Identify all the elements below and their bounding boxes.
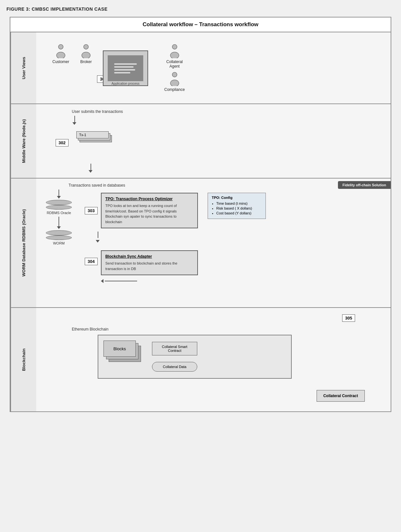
svg-point-5 bbox=[170, 52, 179, 58]
ethereum-label: Ethereum Blockchain bbox=[72, 327, 381, 331]
tpo-body: TPO looks at txn and keep a running coun… bbox=[105, 203, 193, 224]
worm-db-label: WORM Database RDBMS (Oracle) bbox=[10, 179, 36, 307]
tpo-config: TPO: Config Time based (t mins) Risk bas… bbox=[208, 193, 266, 219]
box-305-label: 305 bbox=[342, 314, 355, 322]
collateral-agent-icon bbox=[168, 44, 182, 58]
svg-point-3 bbox=[82, 52, 90, 58]
svg-point-6 bbox=[172, 72, 177, 77]
db-arrow-shaft-2 bbox=[59, 217, 59, 226]
svg-point-7 bbox=[170, 80, 179, 86]
rdbms-cylinder-top bbox=[46, 200, 72, 205]
app-line-3 bbox=[114, 69, 135, 71]
blockchain-content: 305 Ethereum Blockchain Blocks bbox=[36, 308, 391, 411]
tpo-bsa-arrow-head bbox=[96, 240, 100, 243]
page-title: FIGURE 3: CMBSC IMPLEMENTATION CASE bbox=[6, 6, 395, 12]
compliance-icon bbox=[168, 72, 182, 86]
middleware-layer: Middle Ware (Node.js) User submits the t… bbox=[10, 104, 391, 179]
blocks-label: Blocks bbox=[114, 346, 126, 351]
broker-label: Broker bbox=[80, 60, 92, 64]
box-302-label: 302 bbox=[56, 139, 69, 147]
collateral-data-box: Collateral Data bbox=[152, 362, 197, 372]
smart-contract-box: Collateral Smart Contract bbox=[152, 342, 197, 355]
collateral-agent-label: CollateralAgent bbox=[166, 60, 183, 69]
rdbms-label: RDBMS Oracle bbox=[47, 211, 71, 215]
diagram-frame: Collateral workflow – Transactions workf… bbox=[10, 17, 391, 412]
worm-db-layer: WORM Database RDBMS (Oracle) Fidelity of… bbox=[10, 179, 391, 308]
tx-arrow-shaft bbox=[91, 164, 91, 170]
rdbms-cylinder-bottom bbox=[46, 205, 72, 210]
tpo-config-list: Time based (t mins) Risk based ( X dolla… bbox=[212, 201, 262, 215]
collateral-contract-label: Collateral Contract bbox=[323, 394, 358, 398]
app-screen bbox=[108, 55, 143, 81]
bsa-worm-arrow-shaft bbox=[105, 281, 137, 281]
middleware-label: Middle Ware (Node.js) bbox=[10, 104, 36, 178]
worm-cylinder-top bbox=[46, 230, 72, 235]
customer-icon bbox=[54, 44, 68, 58]
svg-point-0 bbox=[59, 44, 63, 49]
db-saved-label: Transactions saved in databases bbox=[69, 183, 384, 188]
bsa-title: Blockchain Sync Adapter bbox=[105, 254, 193, 259]
collateral-contract-wrapper: Collateral Contract bbox=[317, 390, 365, 402]
svg-point-4 bbox=[172, 44, 177, 49]
user-views-label: User Views bbox=[10, 32, 36, 103]
bsa-box: Blockchain Sync Adapter Send transaction… bbox=[101, 250, 198, 275]
box-304-label: 304 bbox=[85, 258, 98, 265]
bsa-worm-arrow-head bbox=[101, 279, 103, 283]
submit-arrow-head bbox=[72, 122, 76, 125]
smart-contract-label: Collateral Smart Contract bbox=[162, 345, 188, 353]
box-303-label: 303 bbox=[85, 207, 98, 214]
submit-arrow-shaft bbox=[74, 116, 75, 122]
bsa-body: Send transaction to blockchain and store… bbox=[105, 261, 193, 271]
blocks-wrapper: Blocks bbox=[103, 341, 146, 373]
app-process-wrapper: 301 Application process bbox=[103, 47, 148, 86]
user-views-layer: User Views Customer bbox=[10, 32, 391, 104]
tpo-config-item-2: Risk based ( X dollars) bbox=[216, 206, 262, 210]
diagram-body: User Views Customer bbox=[10, 32, 391, 411]
actor-customer: Customer bbox=[52, 44, 69, 64]
collateral-contract-box: Collateral Contract bbox=[317, 390, 365, 402]
tx-box-1: Tx-1 bbox=[76, 131, 109, 138]
worm-cylinder-bottom bbox=[46, 235, 72, 240]
diagram-header: Collateral workflow – Transactions workf… bbox=[10, 17, 391, 32]
app-line-2 bbox=[114, 66, 134, 68]
middleware-content: User submits the transactions 302 Tx-n T… bbox=[36, 104, 391, 178]
fidelity-badge: Fidelity off-chain Solution bbox=[338, 181, 391, 189]
tpo-title: TPO: Transaction Process Optimizer bbox=[105, 197, 193, 201]
db-arrow-head-2 bbox=[57, 226, 61, 229]
blockchain-layer: Blockchain 305 Ethereum Blockchain bbox=[10, 308, 391, 411]
worm-label: WORM bbox=[53, 241, 65, 245]
actor-broker: Broker bbox=[79, 44, 93, 64]
svg-point-1 bbox=[57, 52, 65, 58]
blockchain-label: Blockchain bbox=[10, 308, 36, 411]
worm-content: Fidelity off-chain Solution Transactions… bbox=[36, 179, 391, 307]
tpo-box: TPO: Transaction Process Optimizer TPO l… bbox=[101, 193, 198, 228]
smart-contract-wrapper: Collateral Smart Contract Collateral Dat… bbox=[152, 342, 197, 372]
tpo-bsa-arrow-shaft bbox=[98, 232, 98, 238]
tpo-config-title: TPO: Config bbox=[212, 196, 262, 200]
compliance-label: Compliance bbox=[164, 87, 185, 92]
app-process-label: Application process bbox=[112, 82, 140, 85]
db-arrow-head-1 bbox=[57, 196, 61, 199]
app-line-4 bbox=[114, 72, 130, 73]
block-box-front: Blocks bbox=[103, 341, 136, 357]
user-views-content: Customer Broker 301 bbox=[36, 32, 391, 103]
collateral-data-label: Collateral Data bbox=[163, 365, 187, 369]
tx-arrow-head bbox=[89, 170, 92, 173]
broker-icon bbox=[79, 44, 93, 58]
customer-label: Customer bbox=[52, 60, 69, 64]
app-process-box: Application process bbox=[103, 50, 148, 86]
app-line-1 bbox=[114, 63, 137, 65]
svg-point-2 bbox=[84, 44, 89, 49]
right-actors: CollateralAgent Compliance bbox=[164, 44, 185, 92]
submit-label: User submits the transactions bbox=[72, 109, 123, 114]
ethereum-box: Blocks Collateral Smart Contract Collate… bbox=[98, 335, 292, 379]
actor-compliance: Compliance bbox=[164, 72, 185, 92]
actor-collateral-agent: CollateralAgent bbox=[164, 44, 185, 69]
tpo-config-item-1: Time based (t mins) bbox=[216, 201, 262, 205]
tpo-config-item-3: Cost based (Y dollars) bbox=[216, 211, 262, 215]
db-arrow-shaft-1 bbox=[59, 190, 59, 196]
app-lines bbox=[112, 61, 139, 76]
